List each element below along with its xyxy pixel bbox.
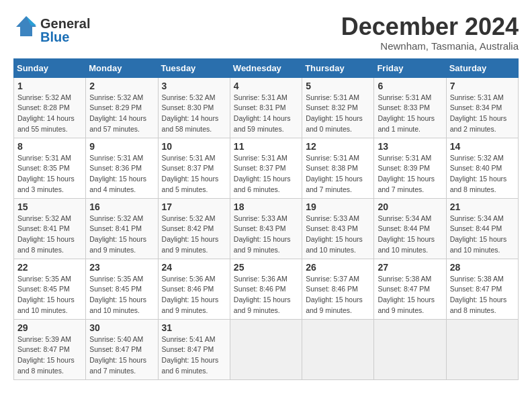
day-number: 30 (89, 322, 154, 333)
calendar-cell: 31Sunrise: 5:41 AM Sunset: 8:47 PM Dayli… (158, 319, 230, 379)
day-number: 1 (17, 81, 82, 91)
svg-marker-0 (16, 16, 36, 36)
day-info: Sunrise: 5:32 AM Sunset: 8:42 PM Dayligh… (162, 214, 226, 256)
calendar-cell: 27Sunrise: 5:38 AM Sunset: 8:47 PM Dayli… (374, 259, 446, 319)
header-cell-tuesday: Tuesday (158, 58, 230, 77)
calendar-cell: 18Sunrise: 5:33 AM Sunset: 8:43 PM Dayli… (230, 198, 302, 259)
day-number: 31 (162, 322, 226, 333)
calendar-cell (302, 319, 374, 379)
calendar-cell: 24Sunrise: 5:36 AM Sunset: 8:46 PM Dayli… (158, 259, 230, 319)
day-info: Sunrise: 5:41 AM Sunset: 8:47 PM Dayligh… (162, 334, 226, 377)
day-number: 29 (17, 322, 82, 333)
day-info: Sunrise: 5:38 AM Sunset: 8:47 PM Dayligh… (378, 274, 442, 316)
day-number: 28 (450, 262, 515, 273)
logo-general: General (40, 17, 90, 30)
day-number: 5 (306, 81, 370, 91)
logo-text: General Blue (40, 17, 90, 44)
day-info: Sunrise: 5:33 AM Sunset: 8:43 PM Dayligh… (234, 214, 298, 256)
day-number: 18 (234, 201, 298, 212)
calendar-cell: 1Sunrise: 5:32 AM Sunset: 8:28 PM Daylig… (14, 77, 86, 138)
calendar-cell: 13Sunrise: 5:31 AM Sunset: 8:39 PM Dayli… (374, 138, 446, 198)
month-title: December 2024 (341, 13, 519, 40)
header-cell-sunday: Sunday (14, 58, 86, 77)
day-info: Sunrise: 5:32 AM Sunset: 8:41 PM Dayligh… (17, 214, 82, 256)
day-info: Sunrise: 5:32 AM Sunset: 8:29 PM Dayligh… (89, 93, 154, 135)
day-info: Sunrise: 5:31 AM Sunset: 8:34 PM Dayligh… (450, 93, 515, 135)
calendar-cell: 20Sunrise: 5:34 AM Sunset: 8:44 PM Dayli… (374, 198, 446, 259)
day-number: 12 (306, 141, 370, 152)
day-info: Sunrise: 5:31 AM Sunset: 8:37 PM Dayligh… (234, 153, 298, 195)
day-number: 23 (89, 262, 154, 273)
day-info: Sunrise: 5:35 AM Sunset: 8:45 PM Dayligh… (17, 274, 82, 316)
day-number: 6 (378, 81, 442, 91)
calendar-cell: 14Sunrise: 5:32 AM Sunset: 8:40 PM Dayli… (446, 138, 518, 198)
day-info: Sunrise: 5:34 AM Sunset: 8:44 PM Dayligh… (450, 214, 515, 256)
calendar-cell: 2Sunrise: 5:32 AM Sunset: 8:29 PM Daylig… (86, 77, 158, 138)
location: Newnham, Tasmania, Australia (341, 40, 519, 52)
day-info: Sunrise: 5:31 AM Sunset: 8:31 PM Dayligh… (234, 93, 298, 135)
day-info: Sunrise: 5:39 AM Sunset: 8:47 PM Dayligh… (17, 334, 82, 377)
header-row: SundayMondayTuesdayWednesdayThursdayFrid… (14, 58, 519, 77)
header-cell-friday: Friday (374, 58, 446, 77)
day-info: Sunrise: 5:35 AM Sunset: 8:45 PM Dayligh… (89, 274, 154, 316)
calendar-cell: 10Sunrise: 5:31 AM Sunset: 8:37 PM Dayli… (158, 138, 230, 198)
day-info: Sunrise: 5:38 AM Sunset: 8:47 PM Dayligh… (450, 274, 515, 316)
day-info: Sunrise: 5:31 AM Sunset: 8:39 PM Dayligh… (378, 153, 442, 195)
calendar-cell: 4Sunrise: 5:31 AM Sunset: 8:31 PM Daylig… (230, 77, 302, 138)
calendar-cell: 5Sunrise: 5:31 AM Sunset: 8:32 PM Daylig… (302, 77, 374, 138)
day-info: Sunrise: 5:36 AM Sunset: 8:46 PM Dayligh… (162, 274, 226, 316)
day-number: 8 (17, 141, 82, 152)
calendar-cell: 15Sunrise: 5:32 AM Sunset: 8:41 PM Dayli… (14, 198, 86, 259)
calendar-cell: 19Sunrise: 5:33 AM Sunset: 8:43 PM Dayli… (302, 198, 374, 259)
day-info: Sunrise: 5:32 AM Sunset: 8:40 PM Dayligh… (450, 153, 515, 195)
calendar-table: SundayMondayTuesdayWednesdayThursdayFrid… (13, 58, 519, 380)
day-info: Sunrise: 5:37 AM Sunset: 8:46 PM Dayligh… (306, 274, 370, 316)
day-info: Sunrise: 5:34 AM Sunset: 8:44 PM Dayligh… (378, 214, 442, 256)
calendar-cell: 30Sunrise: 5:40 AM Sunset: 8:47 PM Dayli… (86, 319, 158, 379)
day-number: 22 (17, 262, 82, 273)
day-number: 2 (89, 81, 154, 91)
day-info: Sunrise: 5:36 AM Sunset: 8:46 PM Dayligh… (234, 274, 298, 316)
week-row-4: 22Sunrise: 5:35 AM Sunset: 8:45 PM Dayli… (14, 259, 519, 319)
calendar-cell: 8Sunrise: 5:31 AM Sunset: 8:35 PM Daylig… (14, 138, 86, 198)
calendar-cell: 25Sunrise: 5:36 AM Sunset: 8:46 PM Dayli… (230, 259, 302, 319)
day-info: Sunrise: 5:31 AM Sunset: 8:35 PM Dayligh… (17, 153, 82, 195)
day-info: Sunrise: 5:31 AM Sunset: 8:37 PM Dayligh… (162, 153, 226, 195)
header-cell-saturday: Saturday (446, 58, 518, 77)
day-number: 7 (450, 81, 515, 91)
day-info: Sunrise: 5:31 AM Sunset: 8:32 PM Dayligh… (306, 93, 370, 135)
week-row-3: 15Sunrise: 5:32 AM Sunset: 8:41 PM Dayli… (14, 198, 519, 259)
header-cell-wednesday: Wednesday (230, 58, 302, 77)
calendar-cell: 23Sunrise: 5:35 AM Sunset: 8:45 PM Dayli… (86, 259, 158, 319)
calendar-cell: 26Sunrise: 5:37 AM Sunset: 8:46 PM Dayli… (302, 259, 374, 319)
calendar-cell (446, 319, 518, 379)
day-number: 15 (17, 201, 82, 212)
day-number: 20 (378, 201, 442, 212)
day-number: 4 (234, 81, 298, 91)
day-number: 21 (450, 201, 515, 212)
week-row-2: 8Sunrise: 5:31 AM Sunset: 8:35 PM Daylig… (14, 138, 519, 198)
week-row-1: 1Sunrise: 5:32 AM Sunset: 8:28 PM Daylig… (14, 77, 519, 138)
day-number: 11 (234, 141, 298, 152)
day-info: Sunrise: 5:32 AM Sunset: 8:28 PM Dayligh… (17, 93, 82, 135)
day-number: 19 (306, 201, 370, 212)
calendar-cell: 3Sunrise: 5:32 AM Sunset: 8:30 PM Daylig… (158, 77, 230, 138)
day-info: Sunrise: 5:33 AM Sunset: 8:43 PM Dayligh… (306, 214, 370, 256)
day-number: 3 (162, 81, 226, 91)
calendar-cell: 16Sunrise: 5:32 AM Sunset: 8:41 PM Dayli… (86, 198, 158, 259)
page-header: General Blue December 2024 Newnham, Tasm… (13, 13, 519, 52)
header-cell-thursday: Thursday (302, 58, 374, 77)
calendar-cell: 28Sunrise: 5:38 AM Sunset: 8:47 PM Dayli… (446, 259, 518, 319)
day-number: 16 (89, 201, 154, 212)
day-number: 14 (450, 141, 515, 152)
header-cell-monday: Monday (86, 58, 158, 77)
day-info: Sunrise: 5:32 AM Sunset: 8:30 PM Dayligh… (162, 93, 226, 135)
day-number: 9 (89, 141, 154, 152)
week-row-5: 29Sunrise: 5:39 AM Sunset: 8:47 PM Dayli… (14, 319, 519, 379)
calendar-cell: 17Sunrise: 5:32 AM Sunset: 8:42 PM Dayli… (158, 198, 230, 259)
calendar-cell: 12Sunrise: 5:31 AM Sunset: 8:38 PM Dayli… (302, 138, 374, 198)
logo-bird-icon (13, 13, 39, 42)
day-info: Sunrise: 5:31 AM Sunset: 8:38 PM Dayligh… (306, 153, 370, 195)
day-info: Sunrise: 5:31 AM Sunset: 8:36 PM Dayligh… (89, 153, 154, 195)
title-section: December 2024 Newnham, Tasmania, Austral… (341, 13, 519, 52)
